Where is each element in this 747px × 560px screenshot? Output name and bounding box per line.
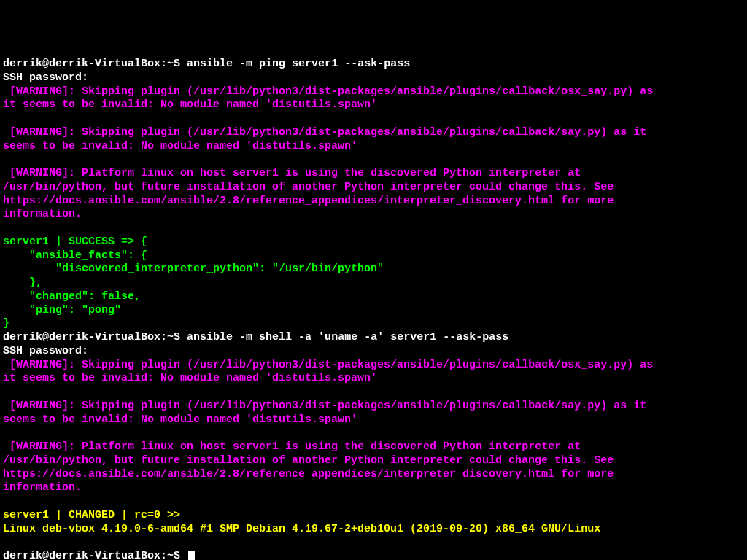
ssh-password-prompt-1: SSH password: xyxy=(3,71,88,84)
cursor-icon xyxy=(188,551,195,560)
terminal-output[interactable]: derrik@derrik-VirtualBox:~$ ansible -m p… xyxy=(3,58,744,560)
prompt-line-2: derrik@derrik-VirtualBox:~$ ansible -m s… xyxy=(3,331,508,343)
warning-interpreter-1: [WARNING]: Platform linux on host server… xyxy=(3,167,614,220)
uname-output: Linux deb-vbox 4.19.0-6-amd64 #1 SMP Deb… xyxy=(3,523,600,535)
prompt-line-3[interactable]: derrik@derrik-VirtualBox:~$ xyxy=(3,550,187,560)
prompt-line-1: derrik@derrik-VirtualBox:~$ ansible -m p… xyxy=(3,58,410,70)
warning-say-2: [WARNING]: Skipping plugin (/usr/lib/pyt… xyxy=(3,400,646,426)
warning-interpreter-2: [WARNING]: Platform linux on host server… xyxy=(3,440,614,494)
command-2: ansible -m shell -a 'uname -a' server1 -… xyxy=(187,331,508,343)
command-1: ansible -m ping server1 --ask-pass xyxy=(187,58,410,70)
ssh-password-prompt-2: SSH password: xyxy=(3,345,88,357)
ansible-changed-header: server1 | CHANGED | rc=0 >> xyxy=(3,509,180,521)
warning-osx-say-1: [WARNING]: Skipping plugin (/usr/lib/pyt… xyxy=(3,85,653,112)
warning-osx-say-2: [WARNING]: Skipping plugin (/usr/lib/pyt… xyxy=(3,359,653,385)
ansible-success-output: server1 | SUCCESS => { "ansible_facts": … xyxy=(3,236,384,330)
warning-say-1: [WARNING]: Skipping plugin (/usr/lib/pyt… xyxy=(3,126,646,152)
